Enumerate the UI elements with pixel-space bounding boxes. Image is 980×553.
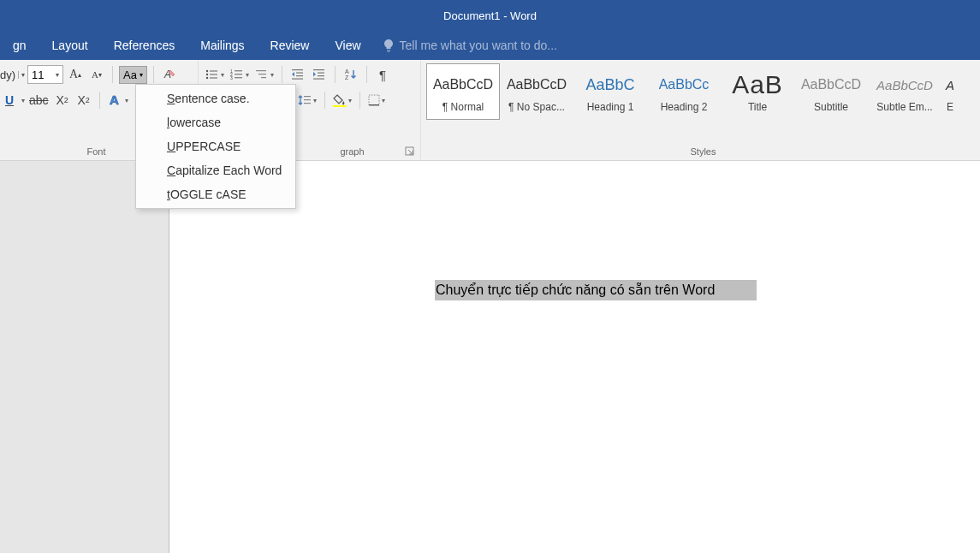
chevron-down-icon: ▾ xyxy=(140,71,143,79)
borders-button[interactable] xyxy=(366,91,387,110)
svg-rect-31 xyxy=(369,95,379,105)
svg-rect-5 xyxy=(210,74,217,74)
svg-rect-24 xyxy=(313,79,324,80)
ribbon-tabs: gn Layout References Mailings Review Vie… xyxy=(0,31,980,60)
svg-rect-27 xyxy=(304,96,311,97)
svg-point-6 xyxy=(206,77,208,79)
svg-point-2 xyxy=(206,70,208,72)
separator xyxy=(366,66,367,83)
window-title: Document1 - Word xyxy=(443,9,537,22)
shrink-font-button[interactable]: A▾ xyxy=(87,65,106,84)
font-name-dropdown-icon[interactable]: ▾ xyxy=(18,71,25,79)
numbering-button[interactable]: 123 xyxy=(229,65,251,84)
underline-button[interactable]: U xyxy=(0,91,19,110)
left-margin-area xyxy=(0,161,169,553)
chevron-down-icon[interactable]: ▾ xyxy=(21,97,25,104)
tab-layout[interactable]: Layout xyxy=(39,31,101,60)
styles-group-label: Styles xyxy=(426,145,980,158)
sort-button[interactable]: AZ xyxy=(342,65,360,84)
svg-rect-23 xyxy=(318,75,324,76)
svg-rect-17 xyxy=(292,69,303,70)
font-size-input[interactable]: 11 ▾ xyxy=(27,65,63,84)
style-no-spacing[interactable]: AaBbCcD ¶ No Spac... xyxy=(500,63,573,120)
svg-point-4 xyxy=(206,74,208,75)
svg-text:Z: Z xyxy=(345,74,349,80)
style-heading-2[interactable]: AaBbCc Heading 2 xyxy=(647,63,721,120)
strikethrough-button[interactable]: abc xyxy=(27,91,50,110)
ribbon: dy) ▾ 11 ▾ A▴ A▾ Aa ▾ A U xyxy=(0,60,980,161)
document-page[interactable]: Chuyển trực tiếp chức năng có sẵn trên W… xyxy=(169,161,980,553)
document-area: Chuyển trực tiếp chức năng có sẵn trên W… xyxy=(0,161,980,553)
svg-rect-22 xyxy=(318,73,324,74)
subscript-button[interactable]: X2 xyxy=(53,91,72,110)
separator xyxy=(282,66,282,83)
separator xyxy=(324,92,325,109)
tell-me-placeholder: Tell me what you want to do... xyxy=(400,39,557,52)
style-heading-1[interactable]: AaBbC Heading 1 xyxy=(573,63,647,120)
font-name-partial[interactable]: dy) xyxy=(0,68,15,81)
tell-me-search[interactable]: Tell me what you want to do... xyxy=(383,39,557,52)
font-size-dropdown-icon[interactable]: ▾ xyxy=(53,71,59,79)
separator xyxy=(112,66,113,83)
grow-font-button[interactable]: A▴ xyxy=(66,65,85,84)
change-case-button[interactable]: Aa ▾ xyxy=(119,66,147,84)
menu-toggle-case[interactable]: tOGGLE cASE xyxy=(136,182,295,206)
svg-rect-18 xyxy=(296,73,303,74)
document-text: Chuyển trực tiếp chức năng có sẵn trên W… xyxy=(436,281,753,300)
lightbulb-icon xyxy=(383,39,395,52)
text-effects-button[interactable]: A xyxy=(106,91,130,110)
font-size-value: 11 xyxy=(32,68,44,81)
svg-rect-13 xyxy=(235,77,242,78)
svg-rect-15 xyxy=(258,74,266,74)
menu-capitalize-each-word[interactable]: Capitalize Each Word xyxy=(136,158,295,182)
tab-view[interactable]: View xyxy=(322,31,373,60)
svg-rect-11 xyxy=(235,74,242,74)
tab-design-partial[interactable]: gn xyxy=(0,31,39,60)
separator xyxy=(153,66,154,83)
tab-mailings[interactable]: Mailings xyxy=(187,31,257,60)
style-normal[interactable]: AaBbCcD ¶ Normal xyxy=(426,63,500,120)
increase-indent-button[interactable] xyxy=(310,65,329,84)
tab-review[interactable]: Review xyxy=(258,31,323,60)
styles-group: AaBbCcD ¶ Normal AaBbCcD ¶ No Spac... Aa… xyxy=(421,60,980,160)
shading-button[interactable] xyxy=(331,91,353,110)
svg-rect-19 xyxy=(296,75,303,76)
style-title[interactable]: AaB Title xyxy=(721,63,794,120)
style-subtitle[interactable]: AaBbCcD Subtitle xyxy=(794,63,868,120)
svg-text:A: A xyxy=(110,92,119,107)
title-bar: Document1 - Word xyxy=(0,0,980,31)
menu-lowercase[interactable]: lowercase xyxy=(136,110,295,134)
svg-rect-16 xyxy=(261,77,266,78)
show-hide-paragraph-button[interactable]: ¶ xyxy=(373,65,392,84)
paragraph-dialog-launcher-icon[interactable] xyxy=(405,146,415,157)
svg-rect-7 xyxy=(210,77,217,78)
clear-formatting-button[interactable]: A xyxy=(160,65,179,84)
bullets-button[interactable] xyxy=(204,65,226,84)
svg-rect-28 xyxy=(304,99,311,100)
style-emphasis-partial[interactable]: A E xyxy=(941,63,959,120)
style-subtle-emphasis[interactable]: AaBbCcD Subtle Em... xyxy=(868,63,941,120)
separator xyxy=(359,92,360,109)
change-case-icon: Aa xyxy=(123,68,137,81)
decrease-indent-button[interactable] xyxy=(288,65,307,84)
menu-uppercase[interactable]: UPPERCASE xyxy=(136,134,295,158)
svg-rect-21 xyxy=(313,69,324,70)
svg-rect-32 xyxy=(369,104,379,105)
menu-sentence-case[interactable]: Sentence case. xyxy=(136,86,295,110)
svg-rect-14 xyxy=(256,70,266,71)
styles-gallery[interactable]: AaBbCcD ¶ Normal AaBbCcD ¶ No Spac... Aa… xyxy=(426,63,980,120)
svg-rect-9 xyxy=(235,70,242,71)
tab-references[interactable]: References xyxy=(101,31,188,60)
superscript-button[interactable]: X2 xyxy=(74,91,93,110)
separator xyxy=(99,92,100,109)
svg-rect-3 xyxy=(210,70,217,71)
line-spacing-button[interactable] xyxy=(296,91,318,110)
change-case-menu: Sentence case. lowercase UPPERCASE Capit… xyxy=(135,84,296,209)
separator xyxy=(335,66,336,83)
multilevel-list-button[interactable] xyxy=(253,65,276,84)
svg-text:A: A xyxy=(345,68,349,74)
svg-rect-30 xyxy=(333,105,347,107)
svg-rect-29 xyxy=(304,103,311,104)
selected-text-block[interactable]: Chuyển trực tiếp chức năng có sẵn trên W… xyxy=(435,280,757,300)
svg-rect-20 xyxy=(292,79,303,80)
